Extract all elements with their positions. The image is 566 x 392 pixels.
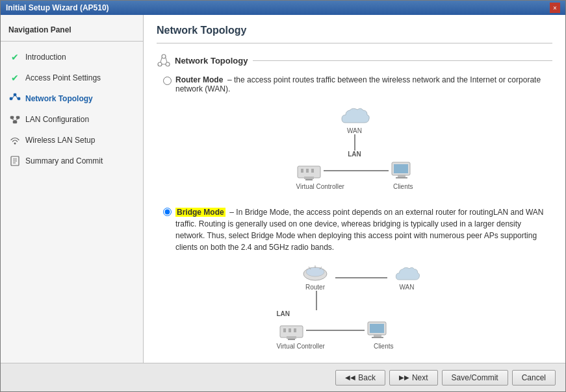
check-icon-introduction: ✔ [8,51,21,64]
line-wan-to-vc [354,134,355,151]
svg-line-3 [12,96,14,99]
svg-point-32 [306,267,324,276]
back-label: Back [358,373,376,382]
svg-rect-24 [311,169,314,173]
svg-point-17 [166,62,170,66]
router-mode-title: Router Mode [175,75,223,84]
content-area: Network Topology Network Topology [144,15,565,363]
content-title: Network Topology [157,25,552,43]
wan-cloud-bridge: WAN [392,264,422,291]
svg-point-15 [162,55,166,58]
svg-rect-1 [14,93,16,96]
nav-label-introduction: Introduction [25,53,66,62]
wan-label: WAN [347,127,362,134]
line-router-to-wan [335,277,387,278]
sidebar-item-wireless-lan-setup[interactable]: Wireless LAN Setup [1,130,143,151]
bridge-vc-label-text: Virtual Controller [277,343,325,350]
svg-rect-25 [304,177,314,179]
window-title: Initial Setup Wizard (AP510) [6,3,109,12]
svg-rect-45 [372,337,383,338]
main-window: Initial Setup Wizard (AP510) × Navigatio… [0,0,566,392]
lan-icon [8,113,21,126]
line-router-down [316,291,317,310]
nav-panel-title: Navigation Panel [1,21,143,42]
bridge-vc-area: LAN [277,310,394,350]
footer: ◀◀ Back ▶▶ Next Save/Commit Cancel [1,363,565,391]
vc-label-text: Virtual Controller [296,183,344,190]
svg-rect-26 [305,179,313,180]
next-icon: ▶▶ [399,374,409,381]
svg-line-8 [12,119,15,121]
svg-rect-40 [287,336,296,339]
section-title: Network Topology [175,56,248,66]
svg-line-9 [15,119,18,121]
sidebar-item-lan-configuration[interactable]: LAN Configuration [1,109,143,130]
save-commit-label: Save/Commit [452,373,498,382]
sidebar-item-summary-and-commit[interactable]: Summary and Commit [1,151,143,171]
svg-rect-38 [289,328,291,332]
svg-rect-0 [10,97,12,100]
sidebar-item-access-point-settings[interactable]: ✔ Access Point Settings [1,67,143,88]
section-divider [253,60,552,61]
bridge-clients-label-text: Clients [374,343,394,350]
svg-line-19 [166,58,167,62]
svg-rect-6 [16,116,19,119]
lan-label-bridge: LAN [277,310,290,317]
nav-label-ap-settings: Access Point Settings [25,73,101,82]
bridge-vline [316,291,317,310]
check-icon-ap-settings: ✔ [8,71,21,84]
bridge-vc-clients-row [277,319,391,341]
bridge-mode-diagram: Router WAN [157,261,552,353]
bridge-vline-container [296,291,426,310]
svg-rect-23 [306,169,309,173]
lan-row: LAN [264,151,446,190]
router-device: Router [301,264,330,291]
nav-label-network-topology: Network Topology [25,94,93,103]
wireless-icon [8,134,21,147]
line-bridge-vc-to-clients [306,330,365,331]
svg-rect-44 [374,334,381,337]
svg-line-18 [161,58,162,62]
next-button[interactable]: ▶▶ Next [389,370,438,386]
bridge-bottom-row: LAN [270,310,452,350]
bridge-mode-radio[interactable] [163,208,172,216]
back-button[interactable]: ◀◀ Back [335,370,385,386]
wan-label-bridge: WAN [400,284,415,291]
bridge-vc-clients-labels: Virtual Controller Clients [277,343,394,350]
clients-label-text: Clients [393,183,413,190]
bridge-mode-title: Bridge Mode [175,208,225,217]
router-mode-radio[interactable] [163,77,172,85]
bridge-mode-option: Bridge Mode – In Bridge Mode, the access… [157,206,552,253]
svg-rect-37 [283,328,286,332]
vc-container: LAN [294,151,415,190]
save-commit-button[interactable]: Save/Commit [442,370,508,386]
router-mode-description: the access point routes traffic between … [175,75,541,93]
svg-rect-2 [18,97,20,100]
network-icon [8,92,21,105]
nav-label-wireless-lan-setup: Wireless LAN Setup [25,136,95,145]
close-button[interactable]: × [550,3,560,13]
svg-rect-29 [398,175,405,177]
svg-rect-22 [301,169,303,173]
cancel-label: Cancel [522,373,546,382]
next-label: Next [412,373,428,382]
svg-rect-43 [370,324,384,333]
bridge-mode-description: In Bridge Mode, the access point depends… [175,208,544,252]
wan-cloud: WAN [339,104,371,134]
svg-rect-5 [10,116,14,119]
sidebar-item-network-topology[interactable]: Network Topology [1,88,143,109]
svg-line-4 [16,96,18,99]
nav-panel: Navigation Panel ✔ Introduction ✔ Access… [1,15,144,363]
nav-label-summary-and-commit: Summary and Commit [25,156,103,165]
svg-rect-30 [396,177,407,178]
router-label: Router [305,284,325,291]
svg-point-16 [158,62,162,66]
vc-clients-labels: Virtual Controller Clients [296,183,413,190]
router-mode-option: Router Mode – the access point routes tr… [157,75,552,93]
back-icon: ◀◀ [345,374,355,381]
sidebar-item-introduction[interactable]: ✔ Introduction [1,47,143,67]
svg-rect-39 [294,328,296,332]
cancel-button[interactable]: Cancel [512,370,556,386]
topology-section-icon [157,53,171,67]
svg-point-10 [14,143,16,145]
